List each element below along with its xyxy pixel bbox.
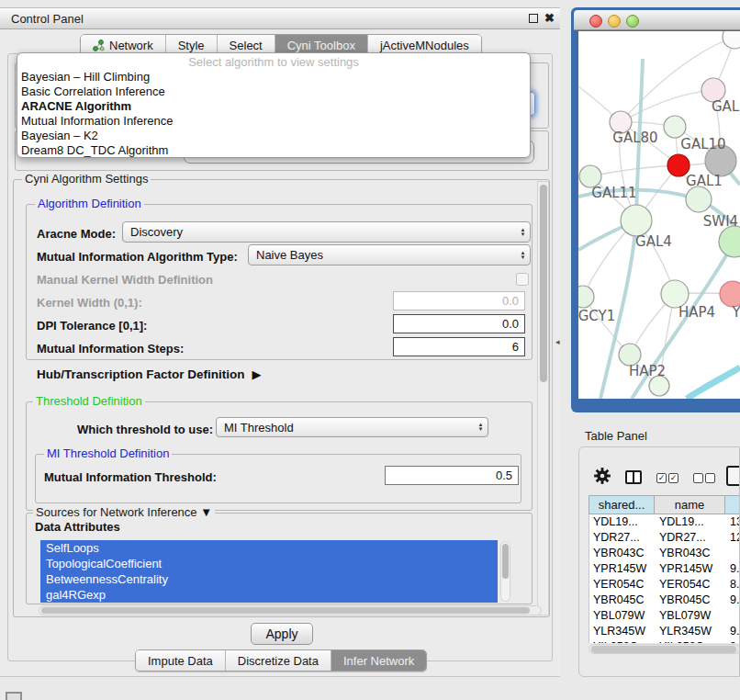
table-cell: YDR27... — [656, 530, 726, 546]
tab-discretize-data[interactable]: Discretize Data — [226, 650, 331, 671]
algorithm-option-mutual-information-inference[interactable]: Mutual Information Inference — [17, 114, 530, 129]
table-cell: YPR145W — [656, 561, 726, 577]
aracne-mode-combobox[interactable]: Discovery ▲▼ — [122, 221, 531, 243]
network-node[interactable] — [723, 31, 740, 49]
table-horizontal-scrollbar-thumb[interactable] — [591, 646, 736, 653]
table-cell: YDR27... — [589, 530, 656, 546]
table-header-row: shared...name — [589, 495, 740, 514]
network-node[interactable] — [686, 186, 712, 212]
column-header-col3[interactable] — [725, 495, 740, 514]
mi-threshold-legend: MI Threshold Definition — [44, 447, 172, 460]
settings-vertical-scrollbar-thumb[interactable] — [540, 185, 547, 382]
tab-label: Impute Data — [148, 654, 213, 668]
mi-type-value: Naive Bayes — [256, 248, 323, 262]
export-table-icon[interactable] — [726, 466, 740, 486]
apply-button[interactable]: Apply — [251, 623, 313, 645]
show-columns-icon[interactable] — [625, 470, 642, 484]
attribute-item-selfloops[interactable]: SelfLoops — [40, 540, 498, 556]
algorithm-option-aracne-algorithm[interactable]: ARACNE Algorithm — [17, 99, 530, 114]
table-row[interactable]: YPR145WYPR145W9. — [589, 561, 740, 577]
which-threshold-value: MI Threshold — [224, 421, 294, 435]
minimized-panel-icon[interactable] — [6, 692, 22, 700]
table-row[interactable]: YBL079WYBL079W — [589, 608, 740, 624]
tab-infer-network[interactable]: Infer Network — [331, 650, 426, 671]
table-row[interactable]: YIL052CYIL052C9. — [589, 639, 740, 643]
hub-definition-expander[interactable]: Hub/Transcription Factor Definition ▶ — [37, 367, 262, 381]
table-cell: YPR145W — [589, 561, 656, 577]
collapse-down-arrow-icon[interactable]: ▼ — [200, 505, 212, 519]
network-edge — [621, 90, 713, 122]
settings-horizontal-scrollbar[interactable] — [39, 605, 542, 615]
table-cell: YDL19... — [656, 514, 726, 530]
network-node-label: GAL1 — [686, 173, 723, 189]
select-all-checkbox-icon[interactable]: ✓ — [656, 473, 667, 483]
attributes-scrollbar-thumb[interactable] — [502, 544, 509, 579]
algorithm-option-bayesian-k2[interactable]: Bayesian – K2 — [17, 129, 530, 143]
deselect-all-checkbox-icon[interactable] — [705, 473, 715, 483]
select-all-checkbox-icon[interactable]: ✓ — [668, 473, 678, 483]
network-node-label: GAL11 — [591, 185, 636, 201]
manual-kernel-label: Manual Kernel Width Definition — [37, 273, 213, 287]
close-traffic-light-icon[interactable] — [589, 15, 602, 28]
attributes-scrollbar[interactable] — [500, 541, 510, 602]
sources-legend: Sources for Network Inference ▼ — [33, 506, 215, 519]
aracne-mode-label: Aracne Mode: — [37, 227, 116, 241]
control-panel-titlebar — [0, 7, 560, 29]
expand-right-arrow-icon: ▶ — [252, 367, 262, 381]
zoom-traffic-light-icon[interactable] — [626, 15, 639, 28]
close-window-icon[interactable]: ✖ — [544, 12, 555, 24]
column-header-name[interactable]: name — [655, 495, 725, 514]
algorithm-definition-legend: Algorithm Definition — [35, 198, 144, 210]
attribute-item-gal4rgexp[interactable]: gal4RGexp — [40, 587, 498, 603]
float-window-icon[interactable] — [529, 14, 538, 23]
data-attributes-label: Data Attributes — [35, 520, 120, 534]
aracne-mode-value: Discovery — [130, 225, 183, 239]
table-row[interactable]: YLR345WYLR345W9. — [589, 624, 740, 639]
table-horizontal-scrollbar[interactable] — [589, 644, 740, 654]
network-node[interactable] — [664, 116, 686, 138]
table-cell: YBL079W — [656, 608, 726, 624]
network-node[interactable] — [720, 281, 740, 307]
algorithm-option-dream8-dc-tdc-algorithm[interactable]: Dream8 DC_TDC Algorithm — [17, 143, 530, 158]
bottom-tab-bar: Impute DataDiscretize DataInfer Network — [135, 649, 427, 672]
minimize-traffic-light-icon[interactable] — [608, 15, 621, 28]
table-cell: 12 — [726, 530, 740, 546]
attribute-item-topologicalcoefficient[interactable]: TopologicalCoefficient — [40, 556, 498, 571]
mi-threshold-field[interactable]: 0.5 — [385, 466, 519, 485]
manual-kernel-checkbox[interactable] — [516, 273, 529, 286]
dpi-tolerance-label: DPI Tolerance [0,1]: — [37, 319, 147, 333]
deselect-all-checkbox-icon[interactable] — [693, 473, 703, 483]
settings-vertical-scrollbar[interactable] — [537, 181, 549, 615]
column-header-shared-[interactable]: shared... — [589, 495, 655, 514]
table-row[interactable]: YDR27...YDR27...12 — [589, 530, 740, 546]
table-row[interactable]: YBR043CYBR043C — [589, 546, 740, 561]
table-row[interactable]: YER054CYER054C8. — [589, 577, 740, 593]
algorithm-dropdown-list: Select algorithm to view settings Bayesi… — [17, 52, 531, 158]
network-node[interactable] — [621, 205, 652, 236]
network-node[interactable] — [578, 286, 594, 308]
attribute-item-betweennesscentrality[interactable]: BetweennessCentrality — [40, 571, 498, 587]
kernel-width-field[interactable]: 0.0 — [393, 291, 525, 310]
tab-label: Style — [178, 39, 205, 52]
settings-horizontal-scrollbar-thumb[interactable] — [41, 607, 530, 614]
mi-steps-field[interactable]: 6 — [393, 337, 525, 356]
tab-impute-data[interactable]: Impute Data — [136, 650, 226, 671]
table-row[interactable]: YBR045CYBR045C9. — [589, 593, 740, 608]
mi-type-combobox[interactable]: Naive Bayes ▲▼ — [248, 244, 531, 265]
network-node-label: SWI4 — [703, 213, 738, 230]
dpi-tolerance-field[interactable]: 0.0 — [393, 314, 525, 333]
table-settings-gear-icon[interactable] — [593, 467, 611, 485]
tab-label: Network — [109, 39, 153, 52]
network-canvas[interactable]: GALGAL80GAL10GAL1GAL11SWI4GAL4GCY1HAP4YH… — [578, 31, 740, 399]
algorithm-option-bayesian-hill-climbing[interactable]: Bayesian – Hill Climbing — [17, 70, 530, 85]
table-row[interactable]: YDL19...YDL19...13 — [589, 514, 740, 530]
which-threshold-label: Which threshold to use: — [77, 423, 213, 436]
network-window-titlebar[interactable] — [574, 10, 740, 30]
algorithm-option-basic-correlation-inference[interactable]: Basic Correlation Inference — [17, 85, 530, 99]
network-node[interactable] — [719, 226, 740, 257]
threshold-definition-legend: Threshold Definition — [33, 395, 145, 408]
splitter-collapse-arrow-icon[interactable]: ◂ — [555, 337, 560, 346]
network-node-label: GAL80 — [612, 130, 657, 146]
which-threshold-combobox[interactable]: MI Threshold ▲▼ — [216, 417, 488, 437]
mi-type-label: Mutual Information Algorithm Type: — [37, 250, 238, 264]
